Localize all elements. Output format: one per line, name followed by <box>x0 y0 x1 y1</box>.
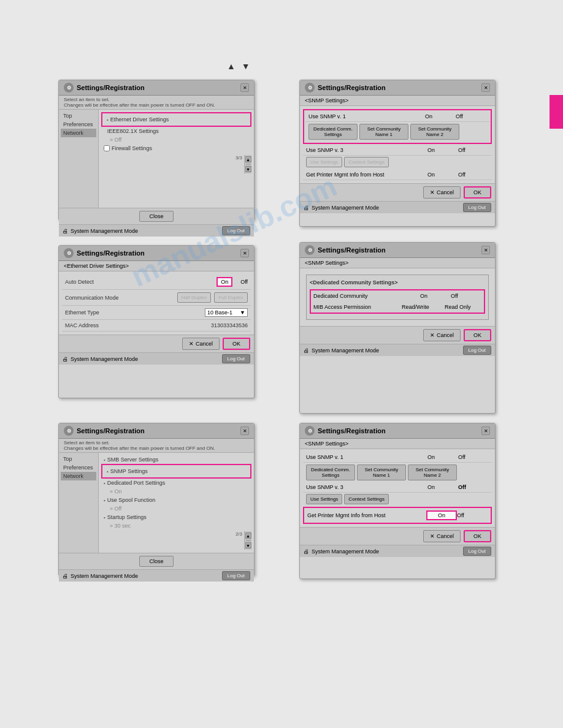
mac-address-label: MAC Address <box>65 322 208 328</box>
scroll-up-bottom-left[interactable]: ▲ <box>245 533 251 539</box>
close-btn-bottom-left[interactable]: Close <box>139 556 173 567</box>
menu-ethernet-driver[interactable]: • Ethernet Driver Settings <box>104 115 248 124</box>
status-text-top-left: 🖨 System Management Mode <box>63 228 138 234</box>
panel-header-bottom-right: ⚙ Settings/Registration ✕ <box>300 423 495 439</box>
up-arrow-icon[interactable]: ▲ <box>227 61 236 71</box>
panel-footer-middle-left: ✕ Cancel OK <box>59 335 254 352</box>
logout-btn-middle-right[interactable]: Log Out <box>463 346 491 355</box>
logout-btn-middle-left[interactable]: Log Out <box>222 354 250 363</box>
ok-btn-middle-right[interactable]: OK <box>464 329 491 341</box>
snmp-v1-label: Use SNMP v. 1 <box>308 113 425 119</box>
scroll-track-bottom-left <box>246 540 251 541</box>
sidebar-item-top-bl[interactable]: Top <box>61 455 96 463</box>
snmp-v1-on-br[interactable]: On <box>427 454 458 460</box>
use-settings-btn-top-right[interactable]: Use Settings <box>306 157 342 167</box>
set-community-name2-btn-br[interactable]: Set Community Name 2 <box>408 464 457 480</box>
logout-btn-bottom-left[interactable]: Log Out <box>222 571 250 580</box>
panel-close-top-right[interactable]: ✕ <box>481 83 490 92</box>
snmp-v3-row-top-right: Use SNMP v. 3 On Off <box>303 145 492 156</box>
dedicated-comm-btn-top-right[interactable]: Dedicated Comm. Settings <box>308 124 358 140</box>
set-community-name1-btn-top-right[interactable]: Set Community Name 1 <box>359 124 408 140</box>
panel-top-right: ⚙ Settings/Registration ✕ <SNMP Settings… <box>299 80 496 227</box>
use-settings-btn-br[interactable]: Use Settings <box>306 494 342 504</box>
sidebar-item-top[interactable]: Top <box>61 112 96 120</box>
snmp-v3-off-top-right[interactable]: Off <box>458 147 489 153</box>
status-text-middle-left: 🖨 System Management Mode <box>63 356 138 362</box>
panel-close-middle-left[interactable]: ✕ <box>240 249 249 257</box>
status-bar-bottom-right: 🖨 System Management Mode Log Out <box>300 545 495 557</box>
sidebar-item-preferences[interactable]: Preferences <box>61 120 96 129</box>
dedicated-community-off[interactable]: Off <box>451 293 481 299</box>
panel-body-bottom-left: Top Preferences Network • SMB Server Set… <box>59 453 254 553</box>
snmp-v1-off[interactable]: Off <box>456 113 486 119</box>
get-printer-on-top-right[interactable]: On <box>427 172 458 178</box>
panel-close-middle-right[interactable]: ✕ <box>481 246 490 254</box>
status-bar-bottom-left: 🖨 System Management Mode Log Out <box>59 569 254 582</box>
get-printer-off-top-right[interactable]: Off <box>458 172 489 178</box>
status-bar-top-right: 🖨 System Management Mode Log Out <box>300 201 495 213</box>
get-printer-off-br[interactable]: Off <box>457 512 488 518</box>
cancel-btn-middle-left[interactable]: ✕ Cancel <box>182 338 220 350</box>
get-printer-on-highlighted-br[interactable]: On <box>426 510 457 520</box>
down-arrow-icon[interactable]: ▼ <box>242 61 250 71</box>
snmp-v3-on-br[interactable]: On <box>427 484 458 490</box>
context-settings-btn-br[interactable]: Context Settings <box>344 494 389 504</box>
panel-close-bottom-right[interactable]: ✕ <box>481 427 490 435</box>
mib-read-only[interactable]: Read Only <box>445 304 481 310</box>
panel-close-top-left[interactable]: ✕ <box>240 83 249 92</box>
system-icon-top-left: 🖨 <box>63 228 68 234</box>
logout-btn-top-left[interactable]: Log Out <box>222 226 250 235</box>
panel-body-top-left: Top Preferences Network • Ethernet Drive… <box>59 110 254 208</box>
menu-ieee8021x[interactable]: • IEEE802.1X Settings <box>101 127 251 135</box>
ok-btn-bottom-right[interactable]: OK <box>464 530 491 542</box>
scroll-up-top-left[interactable]: ▲ <box>245 156 251 162</box>
panel-header-bottom-left: ⚙ Settings/Registration ✕ <box>59 423 254 439</box>
panel-subtitle-middle-right: <SNMP Settings> <box>300 258 495 268</box>
snmp-btn-grid-br: Dedicated Comm. Settings Set Community N… <box>303 463 492 482</box>
dedicated-community-on[interactable]: On <box>420 293 451 299</box>
panel-close-bottom-left[interactable]: ✕ <box>240 427 249 435</box>
menu-firewall[interactable]: Firewall Settings <box>101 144 251 153</box>
dedicated-comm-btn-br[interactable]: Dedicated Comm. Settings <box>306 464 355 480</box>
system-icon-bottom-right: 🖨 <box>304 548 309 555</box>
set-community-name2-btn-top-right[interactable]: Set Community Name 2 <box>410 124 459 140</box>
ethernet-type-dropdown[interactable]: 10 Base-1 ▼ <box>205 308 248 317</box>
firewall-checkbox[interactable] <box>104 145 110 151</box>
scroll-down-bottom-left[interactable]: ▼ <box>245 542 251 548</box>
menu-smb-server[interactable]: • SMB Server Settings <box>101 455 251 464</box>
snmp-v1-on[interactable]: On <box>425 113 456 119</box>
scroll-track-top-left <box>246 164 251 165</box>
cancel-btn-middle-right[interactable]: ✕ Cancel <box>423 329 461 341</box>
ok-btn-middle-left[interactable]: OK <box>223 338 250 350</box>
logout-btn-top-right[interactable]: Log Out <box>463 203 491 212</box>
close-btn-top-left[interactable]: Close <box>139 211 173 222</box>
half-duplex-btn[interactable]: Half Duplex <box>177 292 211 303</box>
full-duplex-btn[interactable]: Full Duplex <box>214 292 248 303</box>
menu-use-spool[interactable]: • Use Spool Function <box>101 496 251 504</box>
logout-btn-bottom-right[interactable]: Log Out <box>463 547 491 556</box>
settings-icon-middle-left: ⚙ <box>64 248 74 258</box>
auto-detect-on-highlighted[interactable]: On <box>216 277 232 287</box>
snmp-v3-on-top-right[interactable]: On <box>427 147 458 153</box>
sidebar-item-network[interactable]: Network <box>61 129 96 137</box>
scroll-down-top-left[interactable]: ▼ <box>245 166 251 172</box>
menu-dedicated-port[interactable]: • Dedicated Port Settings <box>101 479 251 487</box>
context-settings-btn-top-right[interactable]: Context Settings <box>344 157 389 167</box>
panel-header-middle-left: ⚙ Settings/Registration ✕ <box>59 246 254 261</box>
auto-detect-off[interactable]: Off <box>240 279 248 285</box>
panel-header-middle-right: ⚙ Settings/Registration ✕ <box>300 243 495 258</box>
set-community-name1-btn-br[interactable]: Set Community Name 1 <box>357 464 406 480</box>
menu-startup[interactable]: • Startup Settings <box>101 513 251 521</box>
ok-btn-top-right[interactable]: OK <box>464 186 491 199</box>
snmp-v1-off-br[interactable]: Off <box>458 454 489 460</box>
sidebar-item-preferences-bl[interactable]: Preferences <box>61 463 96 472</box>
cancel-btn-bottom-right[interactable]: ✕ Cancel <box>423 530 461 542</box>
cancel-btn-top-right[interactable]: ✕ Cancel <box>423 186 461 199</box>
sidebar-item-network-bl[interactable]: Network <box>61 472 96 480</box>
panel-footer-bottom-right: ✕ Cancel OK <box>300 527 495 545</box>
get-printer-mgmt-row-top-right: Get Printer Mgmt Info from Host On Off <box>303 170 492 180</box>
menu-startup-30: » 30 sec <box>101 521 251 530</box>
snmp-v3-off-br[interactable]: Off <box>458 484 489 490</box>
mib-read-write[interactable]: Read/Write <box>402 304 445 310</box>
menu-snmp-settings[interactable]: • SNMP Settings <box>104 467 248 476</box>
